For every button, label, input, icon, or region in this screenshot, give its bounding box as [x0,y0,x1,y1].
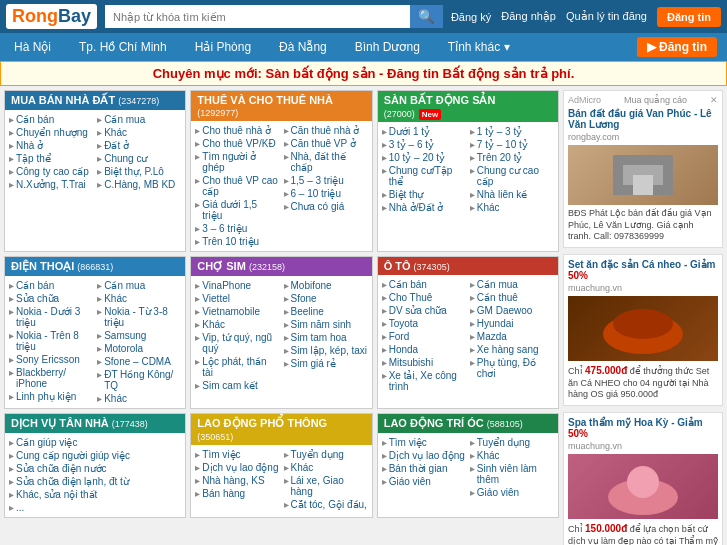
link-ldpt-tim-viec[interactable]: Tìm việc [195,449,279,460]
link-tim-nguoi-o-ghep[interactable]: Tìm người ở ghép [195,151,279,173]
link-ban-hang[interactable]: Bán hàng [195,488,279,499]
link-cat-toc[interactable]: Cắt tóc, Gội đầu, [284,499,368,510]
link-sony[interactable]: Sony Ericsson [9,354,93,365]
link-nha-lien-ke[interactable]: Nhà liên kề [470,189,554,200]
link-dt-sua-chua[interactable]: Sửa chữa [9,293,93,304]
link-ldto-dv-lao-dong[interactable]: Dịch vụ lao động [382,450,466,461]
nav-hanoi[interactable]: Hà Nội [10,38,55,56]
link-gia-duoi-1-5[interactable]: Giá dưới 1,5 triệu [195,199,279,221]
link-vinaphone[interactable]: VinaPhone [195,280,279,291]
link-samsung[interactable]: Samsung [97,330,181,341]
link-lai-xe[interactable]: Lái xe, Giao hàng [284,475,368,497]
mua-quang-cao-link[interactable]: Mua quảng cáo [624,95,687,105]
link-chua-co-gia[interactable]: Chưa có giá [284,201,368,212]
link-nokia-tren-8[interactable]: Nokia - Trên 8 triệu [9,330,93,352]
link-duoi-1-ty[interactable]: Dưới 1 tỷ [382,126,466,137]
link-sua-chua-dien-lanh[interactable]: Sửa chữa điện lạnh, đt từ [9,476,181,487]
link-nxuong-ttrai[interactable]: N.Xưởng, T.Trai [9,179,93,190]
link-linh-phu-kien[interactable]: Linh phụ kiện [9,391,93,402]
link-can-mua[interactable]: Cần mua [97,114,181,125]
link-sinh-vien[interactable]: Sinh viên làm thêm [470,463,554,485]
link-ldto-tuyen-dung[interactable]: Tuyển dụng [470,437,554,448]
link-nha-o-dat-o[interactable]: Nhà ở/Đất ở [382,202,466,213]
link-khac-noi-that[interactable]: Khác, sửa nội thất [9,489,181,500]
link-toyota[interactable]: Toyota [382,318,466,329]
link-6-10[interactable]: 6 – 10 triệu [284,188,368,199]
link-ldto-khac[interactable]: Khác [470,450,554,461]
link-ldpt-tuyen-dung[interactable]: Tuyển dụng [284,449,368,460]
link-nokia-3-8[interactable]: Nokia - Từ 3-8 triệu [97,306,181,328]
link-biet-thu-plo[interactable]: Biệt thự, P.Lô [97,166,181,177]
link-viettel[interactable]: Viettel [195,293,279,304]
link-3-6-ty[interactable]: 3 tỷ – 6 tỷ [382,139,466,150]
link-sim-gia-re[interactable]: Sim giá rẻ [284,358,368,369]
link-biet-thu[interactable]: Biệt thự [382,189,466,200]
link-oto-dv-sua[interactable]: DV sửa chữa [382,305,466,316]
link-mitsubishi[interactable]: Mitsubishi [382,357,466,368]
link-sim-lap[interactable]: Sim lập, kép, taxi [284,345,368,356]
link-tap-the[interactable]: Tập thể [9,153,93,164]
link-loc-phat[interactable]: Lộc phát, thần tài [195,356,279,378]
link-giao-vien[interactable]: Giáo viên [382,476,466,487]
link-ban-thoi-gian[interactable]: Bán thời gian [382,463,466,474]
link-bb-iphone[interactable]: Blackberry/ iPhone [9,367,93,389]
link-tren-20-ty[interactable]: Trên 20 tỷ [470,152,554,163]
register-link[interactable]: Đăng ký [451,11,491,23]
link-chung-cu[interactable]: Chung cư [97,153,181,164]
link-oto-cho-thue[interactable]: Cho Thuê [382,292,466,303]
link-cho-thue-nha-o[interactable]: Cho thuê nhà ở [195,125,279,136]
link-nha-hang-ks[interactable]: Nhà hàng, KS [195,475,279,486]
post-ad-button-header[interactable]: Đăng tin [657,7,721,27]
nav-danang[interactable]: Đà Nẵng [275,38,331,56]
link-cho-thue-vp-cc[interactable]: Cho thuê VP cao cấp [195,175,279,197]
link-mazda[interactable]: Mazda [470,331,554,342]
link-can-thue-vp[interactable]: Căn thuê VP ở [284,138,368,149]
link-can-thue-nha-o[interactable]: Căn thuê nhà ở [284,125,368,136]
link-3-6-trieu[interactable]: 3 – 6 triệu [195,223,279,234]
link-oto-can-mua[interactable]: Cần mua [470,279,554,290]
link-chang-mb-kd[interactable]: C.Hàng, MB KD [97,179,181,190]
link-ldpt-khac[interactable]: Khác [284,462,368,473]
link-motorola[interactable]: Motorola [97,343,181,354]
nav-haiphong[interactable]: Hải Phòng [191,38,255,56]
link-vip-tu-quy[interactable]: Vip, tứ quý, ngũ quý [195,332,279,354]
link-oto-can-thue[interactable]: Cần thuê [470,292,554,303]
link-ford[interactable]: Ford [382,331,466,342]
link-khac-san[interactable]: Khác [470,202,554,213]
link-cho-thue-vp[interactable]: Cho thuê VP/KĐ [195,138,279,149]
nav-tinh-khac[interactable]: Tỉnh khác ▾ [444,38,514,56]
link-xe-hang-sang[interactable]: Xe hàng sang [470,344,554,355]
link-giao-vien2[interactable]: Giáo viên [470,487,554,498]
nav-binhduong[interactable]: Bình Dương [351,38,424,56]
link-vietnamobile[interactable]: Vietnamobile [195,306,279,317]
link-tren-10-trieu[interactable]: Trên 10 triệu [195,236,279,247]
link-xe-tai[interactable]: Xe tải, Xe công trình [382,370,466,392]
link-chung-cu-tap-the[interactable]: Chung cư/Tập thể [382,165,466,187]
link-sim-khac[interactable]: Khác [195,319,279,330]
nav-hcm[interactable]: Tp. Hồ Chí Minh [75,38,171,56]
link-1-3-ty[interactable]: 1 tỷ – 3 tỷ [470,126,554,137]
link-gm-daewoo[interactable]: GM Daewoo [470,305,554,316]
search-button[interactable]: 🔍 [410,5,443,28]
manage-link[interactable]: Quản lý tin đăng [566,10,647,23]
link-sim-nam-sinh[interactable]: Sim năm sinh [284,319,368,330]
link-mobifone[interactable]: Mobifone [284,280,368,291]
login-link[interactable]: Đăng nhập [501,10,556,23]
link-nha-dat-the-chap[interactable]: Nhà, đất thế chấp [284,151,368,173]
link-sim-tam-hoa[interactable]: Sim tam hoa [284,332,368,343]
link-khac-mb[interactable]: Khác [97,127,181,138]
link-sim-cam-ket[interactable]: Sim cam kết [195,380,279,391]
link-dt-can-mua[interactable]: Cần mua [97,280,181,291]
link-beeline[interactable]: Beeline [284,306,368,317]
link-hyundai[interactable]: Hyundai [470,318,554,329]
link-sfone[interactable]: Sfone [284,293,368,304]
link-chuyen-nhuong[interactable]: Chuyển nhượng [9,127,93,138]
link-can-ban[interactable]: Cần bán [9,114,93,125]
link-honda[interactable]: Honda [382,344,466,355]
link-10-20-ty[interactable]: 10 tỷ – 20 tỷ [382,152,466,163]
link-nokia-duoi-3[interactable]: Nokia - Dưới 3 triệu [9,306,93,328]
post-ad-button-nav[interactable]: ▶ Đăng tin [637,37,717,57]
link-dt-khac[interactable]: Khác [97,293,181,304]
link-cong-ty-cao-cap[interactable]: Công ty cao cấp [9,166,93,177]
link-dvtn-etc[interactable]: ... [9,502,181,513]
